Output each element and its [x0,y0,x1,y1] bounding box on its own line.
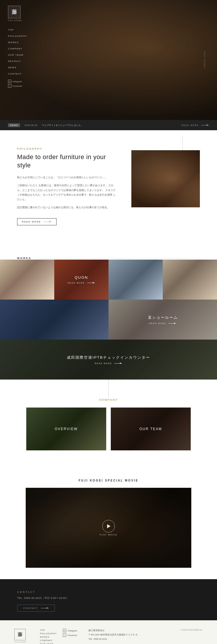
works-row-1: QUON READ MORE [0,260,217,300]
footer-logo-box: 藤 [14,629,26,640]
footer-address-col: 藤工業有限会社 〒507-0007 岐阜県多治見市大畑地区２３３９-８ TEL.… [89,629,175,642]
play-triangle-icon [107,524,110,528]
footer-nav-top[interactable]: TOP [40,629,57,631]
showroom-arrow-icon [168,323,176,324]
header-background [0,0,217,120]
facebook-link[interactable]: f Facebook [8,84,27,88]
play-circle-icon [102,520,115,533]
nav-item-news[interactable]: NEWS [8,66,17,69]
works-item-2a [0,300,108,340]
company-card-overview[interactable]: OVERVIEW [26,408,106,450]
footer-contact-label: CONTACT [17,591,200,593]
works-section-label: WORKS [17,257,31,260]
footer-nav-ourteam[interactable]: OUR TEAM [40,643,57,644]
footer-company-name: 藤工業有限会社 [89,629,175,632]
connector-line [108,380,109,397]
philosophy-left: Made to order furniture in your style 私た… [17,150,123,225]
works-section: QUON READ MORE 某ショールーム READ MORE [0,260,217,380]
nav-list: TOP PHILOSOPHY WORKS COMPANY OUR TEAM RE… [8,27,27,76]
footer-tel2: TEL. 0585-36-3310 [89,637,175,641]
works-item-showroom-readmore[interactable]: READ MORE [149,322,176,324]
nav-item-company[interactable]: COMPANY [8,47,22,50]
instagram-link[interactable]: in Instagram [8,80,27,83]
footer-nav-company[interactable]: COMPANY [40,639,57,642]
instagram-icon: in [8,80,11,83]
footer-contact-button[interactable]: CONTACT [17,605,55,612]
works-item-airport-overlay: 成田国際空港IPTBチェックインカウンター READ MORE [0,340,217,380]
spacer-3 [0,450,217,468]
works-row-3[interactable]: 成田国際空港IPTBチェックインカウンター READ MORE [0,340,217,380]
works-item-quon-overlay: QUON READ MORE [54,260,108,300]
news-text: ウェブサイトをリニューアルしました。 [42,124,177,127]
play-button[interactable]: PLAY MOVIE [100,520,117,536]
movie-thumbnail[interactable]: PLAY MOVIE [26,488,191,568]
works-divider-line [36,258,200,258]
works-item-quon-readmore[interactable]: READ MORE [68,282,95,284]
team-overlay: OUR TEAM [111,408,191,450]
nav-item-ourteam[interactable]: OUR TEAM [8,54,23,56]
spacer-1 [0,130,217,147]
works-item-airport[interactable]: 成田国際空港IPTBチェックインカウンター READ MORE [0,340,217,380]
movie-section: FUJI KOGEI SPECIAL MOVIE PLAY MOVIE [0,468,217,579]
news-bar: NEWS 2019.06.26 ウェブサイトをリニューアルしました。 READ … [0,120,217,130]
footer-nav-col: TOP PHILOSOPHY WORKS COMPANY OUR TEAM RE… [40,629,57,644]
news-readmore-link[interactable]: READ MORE [182,124,209,126]
works-item-airport-readmore[interactable]: READ MORE [95,362,122,364]
works-divider: WORKS [0,257,217,260]
works-item-1a [0,260,54,300]
works-item-1d [163,260,217,300]
philosophy-readmore-button[interactable]: READ MORE [17,218,57,225]
footer-logo-kanji: 藤 [18,632,22,638]
works-item-showroom-title: 某ショールーム [148,315,178,320]
footer-facebook-link[interactable]: f Facebook [63,633,83,637]
vertical-site-text: FUJI KOGEI [204,52,206,69]
footer-social-col: in Instagram f Facebook [63,629,83,638]
nav-item-recruit[interactable]: RECRUIT [8,60,21,63]
footer-nav-works[interactable]: WORKS [40,636,57,638]
footer-bottom: 藤 FUJI KOGEI TOP PHILOSOPHY WORKS COMPAN… [0,620,217,644]
nav-item-top[interactable]: TOP [8,29,14,31]
footer-address: 〒507-0007 岐阜県多治見市大畑地区２３３９-８ [89,633,175,637]
logo-kanji: 藤 [12,9,17,15]
footer-tel: TEL. 0585-36-3310（平日 9:00〜18:00） [17,596,200,600]
nav-item-contact[interactable]: CONTACT [8,73,22,75]
footer-nav-philosophy[interactable]: PHILOSOPHY [40,632,57,635]
news-date: 2019.06.26 [25,124,37,127]
works-item-quon[interactable]: QUON READ MORE [54,260,108,300]
philosophy-section-label: PHILOSOPHY [17,147,200,150]
company-card-team[interactable]: OUR TEAM [111,408,191,450]
company-section: COMPANY OVERVIEW OUR TEAM [0,397,217,450]
footer-logo-text: FUJI KOGEI [14,641,34,643]
logo-text: FUJI KOGEI [8,19,27,21]
footer-facebook-icon: f [63,633,66,637]
philosophy-right [131,150,200,207]
footer-instagram-link[interactable]: in Instagram [63,629,83,632]
team-label: OUR TEAM [139,427,162,431]
works-row-2[interactable]: 某ショールーム READ MORE [0,300,217,340]
movie-section-title: FUJI KOGEI SPECIAL MOVIE [17,479,200,482]
overview-label: OVERVIEW [55,427,78,431]
philosophy-body2: ご依頼をいただく お客様には、家具や台所によって実現したい夢があります。 だから… [17,183,117,202]
news-label: NEWS [8,123,20,127]
philosophy-image [131,150,200,207]
nav-item-philosophy[interactable]: PHILOSOPHY [8,35,27,37]
works-item-showroom-overlay: 某ショールーム READ MORE [108,300,217,340]
news-arrow-icon [201,125,209,125]
philosophy-title: Made to order furniture in your style [17,153,117,169]
philosophy-arrow-icon [44,222,52,222]
philosophy-section: PHILOSOPHY Made to order furniture in yo… [0,147,217,225]
company-cards: OVERVIEW OUR TEAM [17,408,200,450]
footer-copyright: © 2019 FUJI KOGEI Inc. [181,629,203,631]
nav-item-works[interactable]: WORKS [8,41,19,44]
company-label-row: COMPANY [17,397,200,402]
works-item-1c [108,260,163,300]
works-item-showroom[interactable]: 某ショールーム READ MORE [108,300,217,340]
works-item-airport-title: 成田国際空港IPTBチェックインカウンター [67,355,150,360]
social-links: in Instagram f Facebook [8,80,27,88]
vertical-connector [0,380,217,397]
philosophy-body3: 設計図面に書かれていないような細かな部分にも、私たちの仕事の全てが宿る。 [17,205,117,210]
footer-instagram-icon: in [63,629,66,632]
footer-dark: CONTACT TEL. 0585-36-3310（平日 9:00〜18:00）… [0,579,217,620]
footer-contact-arrow-icon [41,608,49,608]
philosophy-content: Made to order furniture in your style 私た… [17,150,200,225]
